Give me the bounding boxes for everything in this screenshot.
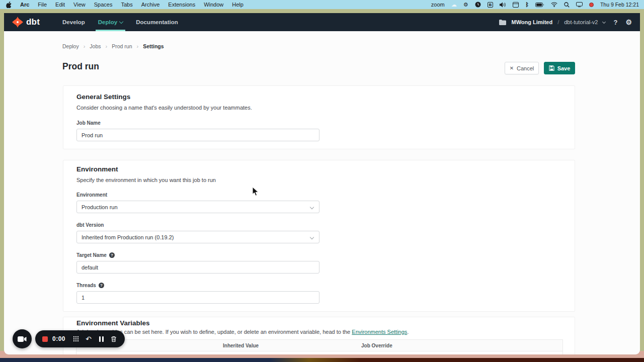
menubar-left: Arc File Edit View Spaces Tabs Archive E…	[0, 1, 244, 8]
column-inherited-value: Inherited Value	[223, 343, 259, 348]
environment-description: Specify the environment in which you wan…	[76, 177, 216, 183]
account-name[interactable]: MWong Limited	[511, 19, 552, 25]
dbt-logo[interactable]: dbt	[4, 13, 40, 31]
account-separator: /	[557, 19, 559, 25]
delete-recording-icon[interactable]	[110, 335, 118, 343]
title-actions: ✕ Cancel Save	[505, 62, 575, 74]
drag-handle-icon[interactable]	[72, 335, 80, 343]
help-button[interactable]: ?	[613, 19, 617, 26]
breadcrumb-separator: ›	[106, 43, 108, 49]
chevron-down-icon	[310, 205, 314, 209]
dbt-version-select-value: Inherited from Production run (0.19.2)	[82, 234, 174, 240]
menu-edit[interactable]: Edit	[55, 2, 65, 8]
menubar-status-area: zoom ☁ ⚙ B ᛒ	[431, 1, 644, 8]
environment-select-label: Environment	[76, 192, 107, 198]
menu-view[interactable]: View	[73, 2, 86, 8]
bluetooth-icon[interactable]: ᛒ	[525, 1, 529, 8]
target-name-label: Target Name ?	[76, 252, 115, 258]
pause-recording-icon[interactable]	[97, 335, 105, 343]
environments-settings-link[interactable]: Environments Settings	[352, 329, 407, 335]
environment-card: Environment Specify the environment in w…	[63, 160, 575, 312]
env-vars-description-period: .	[407, 329, 409, 335]
video-camera-icon	[18, 336, 27, 342]
menu-help[interactable]: Help	[232, 2, 244, 8]
header-right: MWong Limited / dbt-tutorial-v2 ? ⚙	[499, 13, 640, 31]
menu-spaces[interactable]: Spaces	[94, 2, 113, 8]
dbt-version-select[interactable]: Inherited from Production run (0.19.2)	[76, 231, 319, 243]
general-settings-description: Consider choosing a name that's easily u…	[76, 105, 252, 111]
recording-toolbar: 0:00 ↶	[35, 330, 125, 347]
zoom-menu-item[interactable]: zoom	[431, 2, 445, 8]
environment-variables-description: Job level overrides can be set here. If …	[76, 329, 409, 335]
menu-window[interactable]: Window	[204, 2, 223, 8]
save-button-label: Save	[557, 65, 571, 71]
breadcrumb-separator: ›	[137, 43, 139, 49]
general-settings-card: General Settings Consider choosing a nam…	[63, 85, 575, 149]
search-icon[interactable]	[564, 1, 570, 8]
clock-app-icon[interactable]	[475, 1, 481, 8]
folder-icon	[499, 19, 506, 26]
menu-extensions[interactable]: Extensions	[168, 2, 195, 8]
menubar-app-name[interactable]: Arc	[20, 2, 29, 8]
cloud-icon[interactable]: ☁	[451, 1, 457, 8]
display-icon[interactable]	[576, 1, 583, 8]
environment-heading: Environment	[76, 165, 118, 173]
cancel-button-label: Cancel	[517, 65, 534, 71]
settings-gear-icon[interactable]: ⚙	[625, 18, 632, 26]
environment-select[interactable]: Production run	[76, 201, 319, 213]
nav-documentation[interactable]: Documentation	[129, 13, 185, 31]
nav-deploy[interactable]: Deploy	[92, 13, 129, 31]
browser-window: dbt Develop Deploy Documentation MWong L	[4, 13, 640, 354]
target-name-input[interactable]	[76, 261, 319, 274]
dbt-logo-icon	[12, 17, 23, 28]
volume-icon[interactable]	[500, 1, 506, 8]
camera-toggle-button[interactable]	[13, 329, 32, 348]
gear-status-icon[interactable]: ⚙	[463, 1, 468, 8]
stop-recording-button[interactable]	[42, 336, 48, 342]
restart-recording-icon[interactable]: ↶	[85, 335, 93, 343]
page-title: Prod run	[62, 61, 99, 72]
threads-input[interactable]	[76, 291, 319, 304]
desktop: Arc File Edit View Spaces Tabs Archive E…	[0, 0, 644, 362]
chevron-down-icon	[310, 235, 314, 239]
main-nav: Develop Deploy Documentation	[56, 13, 185, 31]
breadcrumb: Deploy › Jobs › Prod run › Settings	[62, 43, 164, 49]
recording-timer: 0:00	[52, 335, 65, 342]
project-name[interactable]: dbt-tutorial-v2	[564, 19, 598, 25]
dbt-app-header: dbt Develop Deploy Documentation MWong L	[4, 13, 640, 31]
cancel-button[interactable]: ✕ Cancel	[505, 62, 539, 74]
job-name-input[interactable]	[76, 129, 319, 141]
menu-tabs[interactable]: Tabs	[121, 2, 132, 8]
wallpaper-dock-strip	[0, 358, 644, 362]
keyboard-switcher-icon[interactable]: B	[488, 2, 494, 8]
wifi-icon[interactable]	[551, 1, 557, 8]
nav-develop[interactable]: Develop	[56, 13, 92, 31]
recording-indicator-icon[interactable]	[589, 3, 594, 7]
apple-menu-icon[interactable]	[6, 1, 12, 8]
battery-icon[interactable]	[535, 1, 544, 8]
job-name-label: Job Name	[76, 120, 101, 126]
environment-variables-heading: Environment Variables	[76, 319, 150, 327]
menu-archive[interactable]: Archive	[141, 2, 160, 8]
close-icon: ✕	[510, 65, 514, 71]
dbt-version-label: dbt Version	[76, 222, 104, 228]
threads-label-text: Threads	[76, 283, 96, 288]
dbt-logo-text: dbt	[26, 17, 40, 27]
help-tooltip-icon[interactable]: ?	[109, 252, 115, 258]
breadcrumb-prod-run[interactable]: Prod run	[112, 43, 132, 49]
save-button[interactable]: Save	[544, 62, 575, 74]
menubar-clock[interactable]: Thu 9 Feb 12:21	[600, 2, 639, 8]
chevron-down-icon[interactable]	[602, 20, 606, 23]
environment-select-value: Production run	[82, 204, 118, 210]
target-name-label-text: Target Name	[76, 252, 107, 258]
menu-file[interactable]: File	[38, 2, 47, 8]
column-job-override: Job Override	[361, 343, 392, 348]
help-tooltip-icon[interactable]: ?	[99, 283, 104, 288]
breadcrumb-separator: ›	[84, 43, 86, 49]
breadcrumb-settings: Settings	[143, 43, 164, 49]
threads-label: Threads ?	[76, 283, 104, 288]
breadcrumb-deploy[interactable]: Deploy	[62, 43, 79, 49]
table-row	[76, 351, 562, 354]
breadcrumb-jobs[interactable]: Jobs	[90, 43, 101, 49]
calendar-icon[interactable]	[513, 1, 519, 8]
